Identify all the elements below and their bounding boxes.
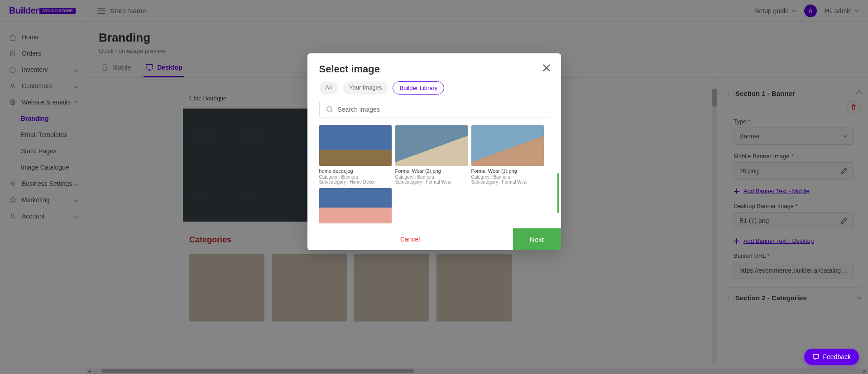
modal-footer: Cancel Next [307, 228, 561, 250]
next-button[interactable]: Next [513, 228, 561, 250]
modal-body: home decor.jpg Category : Banners Sub-ca… [307, 125, 561, 228]
feedback-label: Feedback [823, 353, 851, 360]
cancel-button[interactable]: Cancel [307, 228, 513, 250]
modal-scrollbar[interactable] [557, 173, 559, 213]
image-thumb [395, 125, 468, 166]
select-image-modal: Select image All Your Images Builder Lib… [307, 53, 561, 250]
image-category: Category : Banners [471, 175, 544, 180]
image-card[interactable]: home decor.jpg Category : Banners Sub-ca… [319, 125, 392, 185]
modal-tabs: All Your Images Builder Library [307, 81, 561, 101]
modal-tab-all[interactable]: All [319, 81, 338, 95]
image-subcategory: Sub-category : Formal Wear [471, 180, 544, 185]
modal-head: Select image [307, 53, 561, 81]
image-thumb [319, 125, 392, 166]
image-name: Formal Wear (2).png [395, 168, 468, 174]
search-input-wrap[interactable] [319, 101, 549, 118]
image-subcategory: Sub-category : Formal Wear [395, 180, 468, 185]
chat-icon [812, 353, 820, 360]
modal-title: Select image [319, 63, 549, 75]
image-card[interactable]: Formal Wear (2).png Category : Banners S… [395, 125, 468, 185]
svg-point-7 [327, 107, 331, 111]
image-subcategory: Sub-category : Home Decor [319, 180, 392, 185]
image-category: Category : Banners [395, 175, 468, 180]
close-icon[interactable] [541, 62, 552, 73]
image-name: home decor.jpg [319, 168, 392, 174]
image-thumb [471, 125, 544, 166]
image-grid: home decor.jpg Category : Banners Sub-ca… [319, 125, 549, 223]
image-name: Formal Wear (1).png [471, 168, 544, 174]
modal-tab-builder-library[interactable]: Builder Library [393, 81, 444, 95]
image-card[interactable]: Formal Wear (1).png Category : Banners S… [471, 125, 544, 185]
image-thumb [319, 188, 392, 223]
search-input[interactable] [338, 106, 542, 113]
feedback-button[interactable]: Feedback [804, 349, 859, 365]
image-category: Category : Banners [319, 175, 392, 180]
search-icon [326, 106, 333, 113]
image-card[interactable] [319, 188, 392, 223]
modal-tab-your-images[interactable]: Your Images [343, 81, 388, 95]
